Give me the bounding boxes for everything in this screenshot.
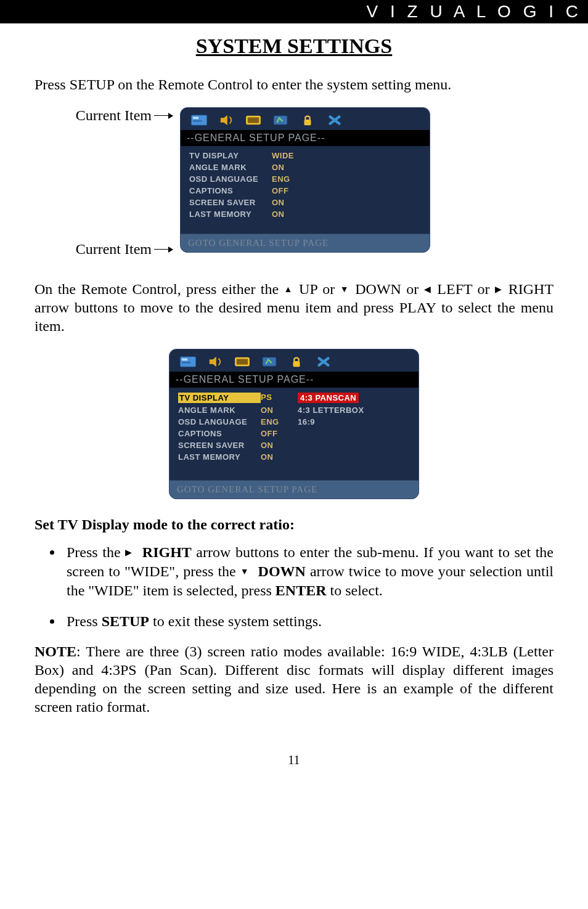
svg-rect-11 (237, 359, 248, 364)
svg-rect-8 (182, 359, 187, 361)
tab-general-icon[interactable] (189, 113, 209, 128)
svg-rect-9 (182, 362, 191, 364)
svg-rect-2 (193, 120, 202, 122)
tab-video-icon[interactable] (243, 113, 263, 128)
osd-body: TV DISPLAYWIDE ANGLE MARKON OSD LANGUAGE… (181, 146, 430, 234)
osd-section-header: --GENERAL SETUP PAGE-- (181, 130, 430, 146)
tab-lock-icon[interactable] (287, 354, 306, 369)
note-text: NOTE: There are three (3) screen ratio m… (35, 642, 553, 716)
tab-video-icon[interactable] (232, 354, 252, 369)
osd-row[interactable]: ANGLE MARKON (181, 161, 430, 173)
intro-text: Press SETUP on the Remote Control to ent… (35, 75, 553, 94)
svg-rect-4 (248, 117, 259, 123)
header-bar: V I Z U A L O G I C (0, 0, 588, 23)
osd-row[interactable]: ANGLE MARKON4:3 LETTERBOX (169, 404, 419, 416)
arrow-icon (154, 115, 173, 116)
tab-audio-icon[interactable] (216, 113, 236, 128)
svg-rect-1 (193, 117, 198, 120)
osd-row[interactable]: TV DISPLAYWIDE (181, 150, 430, 161)
svg-rect-13 (293, 361, 300, 367)
svg-rect-6 (304, 120, 311, 125)
osd-section-header: --GENERAL SETUP PAGE-- (169, 372, 419, 388)
page-number: 11 (35, 753, 553, 767)
osd-row[interactable]: LAST MEMORYON (169, 451, 419, 463)
svg-rect-5 (274, 116, 287, 125)
left-arrow-icon: ◀ (424, 284, 432, 294)
option-highlight[interactable]: 4:3 PANSCAN (298, 393, 359, 403)
navigation-instructions: On the Remote Control, press either the … (35, 280, 553, 335)
tab-lock-icon[interactable] (298, 113, 317, 128)
down-arrow-icon: ▼ (340, 284, 350, 294)
tab-general-icon[interactable] (178, 354, 198, 369)
osd-body: TV DISPLAY PS 4:3 PANSCAN ANGLE MARKON4:… (169, 388, 419, 480)
instruction-list: Press the ▶ RIGHT arrow buttons to enter… (35, 543, 553, 631)
osd-row[interactable]: CAPTIONSOFF (169, 428, 419, 439)
osd-row-selected[interactable]: TV DISPLAY PS 4:3 PANSCAN (169, 391, 419, 404)
osd-footer: GOTO GENERAL SETUP PAGE (181, 234, 430, 252)
osd-row[interactable]: OSD LANGUAGEENG16:9 (169, 416, 419, 428)
osd-row[interactable]: SCREEN SAVERON (169, 439, 419, 451)
osd-panel-1: --GENERAL SETUP PAGE-- TV DISPLAYWIDE AN… (180, 107, 430, 253)
up-arrow-icon: ▲ (284, 284, 294, 294)
list-item: Press the ▶ RIGHT arrow buttons to enter… (63, 543, 553, 601)
right-arrow-icon: ▶ (125, 547, 133, 557)
osd-footer: GOTO GENERAL SETUP PAGE (169, 480, 419, 499)
page-title: SYSTEM SETTINGS (35, 35, 553, 58)
osd-row[interactable]: SCREEN SAVERON (181, 197, 430, 208)
tab-preference-icon[interactable] (271, 113, 290, 128)
tab-exit-icon[interactable] (325, 113, 345, 128)
tab-preference-icon[interactable] (259, 354, 279, 369)
osd1-wrapper: Current Item Current Item (35, 107, 553, 267)
tab-exit-icon[interactable] (314, 354, 333, 369)
list-item: Press SETUP to exit these system setting… (63, 612, 553, 631)
osd-row[interactable]: LAST MEMORYON (181, 208, 430, 220)
osd-row[interactable]: OSD LANGUAGEENG (181, 173, 430, 185)
right-arrow-icon: ▶ (495, 284, 503, 294)
osd-panel-2: --GENERAL SETUP PAGE-- TV DISPLAY PS 4:3… (169, 349, 419, 499)
section-heading: Set TV Display mode to the correct ratio… (35, 516, 553, 533)
osd-row[interactable]: CAPTIONSOFF (181, 185, 430, 197)
down-arrow-icon: ▼ (240, 566, 250, 576)
current-item-label-bottom: Current Item (76, 241, 173, 258)
osd-tabs (169, 349, 419, 372)
svg-rect-12 (263, 357, 276, 367)
current-item-label-top: Current Item (76, 107, 173, 124)
osd-tabs (181, 108, 430, 130)
brand-logo: V I Z U A L O G I C (367, 2, 582, 22)
arrow-icon (154, 249, 173, 250)
tab-audio-icon[interactable] (205, 354, 225, 369)
